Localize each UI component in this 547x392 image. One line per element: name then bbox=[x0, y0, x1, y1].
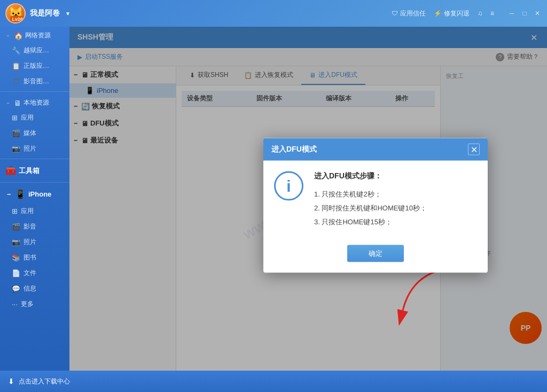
collapse-local-icon: － bbox=[5, 99, 11, 107]
dfu-modal-header: 进入DFU模式 ✕ bbox=[263, 138, 488, 161]
dfu-step-1: 1. 只按住关机键2秒； bbox=[314, 187, 477, 201]
sidebar-item-photo[interactable]: 📷 照片 bbox=[0, 141, 69, 156]
sidebar-item-iphone-photo[interactable]: 📷 照片 bbox=[0, 234, 69, 250]
iphone-more-icon: ··· bbox=[12, 300, 18, 308]
sidebar-item-iphone-media[interactable]: 🎬 影音 bbox=[0, 219, 69, 234]
user-name: 我是阿卷 bbox=[30, 9, 60, 18]
modal-overlay: 进入DFU模式 ✕ i 进入DFU模式步骤： 1. 只按住关机键2秒； 2. 同… bbox=[69, 27, 547, 371]
sidebar-iphone-msg-label: 信息 bbox=[24, 284, 36, 293]
menu-btn[interactable]: ≡ bbox=[490, 10, 494, 17]
download-center-label: 点击进入下载中心 bbox=[19, 377, 70, 386]
sidebar-iphone-media-label: 影音 bbox=[24, 222, 36, 231]
avatar: 🐱 Lv26 bbox=[5, 3, 26, 23]
collapse-iphone-icon: － bbox=[5, 190, 12, 199]
sidebar-item-medialoc[interactable]: 🎬 媒体 bbox=[0, 126, 69, 141]
dfu-steps-list: 1. 只按住关机键2秒； 2. 同时按住关机键和HOME键10秒； 3. 只按住… bbox=[314, 187, 477, 229]
sidebar-iphone-books-label: 图书 bbox=[24, 253, 36, 262]
iphone-msg-icon: 💬 bbox=[12, 285, 20, 293]
sidebar-divider-2 bbox=[0, 159, 69, 159]
dfu-modal-title: 进入DFU模式 bbox=[271, 145, 317, 154]
user-dropdown-arrow[interactable]: ▼ bbox=[65, 11, 71, 17]
video-icon: 🎬 bbox=[12, 129, 20, 137]
home-icon: 🏠 bbox=[14, 32, 23, 40]
sidebar-iphone-more-label: 更多 bbox=[21, 300, 34, 309]
sidebar-toolbox[interactable]: 🧰 工具箱 bbox=[0, 161, 69, 180]
minimize-btn[interactable]: ─ bbox=[507, 9, 516, 18]
sidebar: － 🏠 网络资源 🔧 越狱应… 📋 正版应… 🎵 影音图… － 🖥 本 bbox=[0, 27, 69, 371]
sidebar-divider-3 bbox=[0, 182, 69, 183]
media-icon: 🎵 bbox=[12, 77, 20, 85]
iphone-books-icon: 📚 bbox=[12, 254, 20, 262]
sidebar-iphone[interactable]: － 📱 iPhone bbox=[0, 185, 69, 203]
title-bar-right: 🛡 应用信任 ⚡ 修复闪退 ♫ ≡ ─ □ ✕ bbox=[392, 9, 542, 18]
sidebar-item-official[interactable]: 📋 正版应… bbox=[0, 58, 69, 74]
dfu-steps-title: 进入DFU模式步骤： bbox=[314, 171, 477, 181]
sidebar-divider-1 bbox=[0, 91, 69, 92]
title-bar: 🐱 Lv26 我是阿卷 ▼ 🛡 应用信任 ⚡ 修复闪退 ♫ ≡ ─ bbox=[0, 0, 547, 27]
app-grid-icon: ⊞ bbox=[12, 114, 18, 122]
sidebar-item-iphone-files[interactable]: 📄 文件 bbox=[0, 265, 69, 281]
sidebar-iphone-photo-label: 照片 bbox=[24, 238, 36, 247]
iphone-app-icon: ⊞ bbox=[12, 207, 18, 215]
iphone-photo-icon: 📷 bbox=[12, 238, 20, 246]
monitor-icon: 🖥 bbox=[14, 99, 21, 107]
shield-icon: 🛡 bbox=[392, 10, 398, 17]
sidebar-section-network[interactable]: － 🏠 网络资源 bbox=[0, 27, 69, 43]
sidebar-iphone-app-label: 应用 bbox=[21, 207, 34, 216]
music-btn[interactable]: ♫ bbox=[478, 10, 482, 17]
dfu-modal-content: 进入DFU模式步骤： 1. 只按住关机键2秒； 2. 同时按住关机键和HOME键… bbox=[314, 171, 477, 229]
collapse-network-icon: － bbox=[5, 32, 11, 40]
main-layout: － 🏠 网络资源 🔧 越狱应… 📋 正版应… 🎵 影音图… － 🖥 本 bbox=[0, 27, 547, 371]
camera-icon: 📷 bbox=[12, 145, 20, 153]
official-icon: 📋 bbox=[12, 62, 20, 70]
iphone-media-icon: 🎬 bbox=[12, 223, 20, 231]
repair-btn[interactable]: ⚡ 修复闪退 bbox=[434, 9, 470, 18]
iphone-files-icon: 📄 bbox=[12, 269, 20, 277]
level-badge: Lv26 bbox=[10, 16, 25, 22]
content-area: SHSH管理 ✕ ▶ 启动TSS服务 ? 需要帮助？ bbox=[69, 27, 547, 371]
lightning-icon: ⚡ bbox=[434, 10, 442, 17]
sidebar-medialoc-label: 媒体 bbox=[24, 129, 36, 138]
toolbox-icon: 🧰 bbox=[5, 166, 16, 176]
sidebar-network-label: 网络资源 bbox=[25, 31, 51, 40]
download-center-icon: ⬇ bbox=[8, 377, 14, 386]
sidebar-iphone-label: iPhone bbox=[28, 190, 51, 198]
info-circle-icon: i bbox=[274, 171, 303, 201]
sidebar-jailbreak-label: 越狱应… bbox=[24, 46, 49, 55]
dfu-step-3: 3. 只按住HOME键15秒； bbox=[314, 215, 477, 229]
close-btn[interactable]: ✕ bbox=[533, 9, 542, 18]
maximize-btn[interactable]: □ bbox=[520, 9, 529, 18]
app-window: 🐱 Lv26 我是阿卷 ▼ 🛡 应用信任 ⚡ 修复闪退 ♫ ≡ ─ bbox=[0, 0, 547, 392]
sidebar-item-iphone-msg[interactable]: 💬 信息 bbox=[0, 281, 69, 296]
sidebar-toolbox-label: 工具箱 bbox=[19, 166, 40, 176]
app-trust-btn[interactable]: 🛡 应用信任 bbox=[392, 9, 426, 18]
bottom-bar[interactable]: ⬇ 点击进入下载中心 bbox=[0, 371, 547, 392]
sidebar-official-label: 正版应… bbox=[24, 61, 49, 70]
sidebar-item-iphone-books[interactable]: 📚 图书 bbox=[0, 250, 69, 265]
window-controls: ─ □ ✕ bbox=[507, 9, 542, 18]
sidebar-item-jailbreak[interactable]: 🔧 越狱应… bbox=[0, 43, 69, 58]
app-trust-label: 应用信任 bbox=[400, 9, 426, 18]
dfu-modal-close[interactable]: ✕ bbox=[468, 144, 480, 155]
sidebar-item-app[interactable]: ⊞ 应用 bbox=[0, 110, 69, 126]
sidebar-iphone-files-label: 文件 bbox=[24, 269, 36, 278]
dfu-confirm-button[interactable]: 确定 bbox=[347, 245, 404, 262]
sidebar-item-iphone-app[interactable]: ⊞ 应用 bbox=[0, 203, 69, 219]
sidebar-app-label: 应用 bbox=[21, 113, 34, 122]
sidebar-item-media[interactable]: 🎵 影音图… bbox=[0, 74, 69, 89]
repair-label: 修复闪退 bbox=[444, 9, 470, 18]
music-icon: ♫ bbox=[478, 10, 482, 17]
dfu-modal-footer: 确定 bbox=[263, 240, 488, 273]
menu-icon: ≡ bbox=[490, 10, 494, 17]
sidebar-photo-label: 照片 bbox=[24, 144, 36, 153]
dfu-step-2: 2. 同时按住关机键和HOME键10秒； bbox=[314, 201, 477, 215]
sidebar-item-iphone-more[interactable]: ··· 更多 bbox=[0, 296, 69, 312]
sidebar-section-local[interactable]: － 🖥 本地资源 bbox=[0, 94, 69, 110]
sidebar-media-label: 影音图… bbox=[24, 77, 49, 86]
sidebar-local-label: 本地资源 bbox=[24, 98, 49, 107]
dfu-modal: 进入DFU模式 ✕ i 进入DFU模式步骤： 1. 只按住关机键2秒； 2. 同… bbox=[263, 138, 488, 273]
title-bar-left: 🐱 Lv26 我是阿卷 ▼ bbox=[5, 3, 71, 23]
dfu-modal-body: i 进入DFU模式步骤： 1. 只按住关机键2秒； 2. 同时按住关机键和HOM… bbox=[263, 161, 488, 240]
jailbreak-icon: 🔧 bbox=[12, 46, 20, 54]
iphone-main-icon: 📱 bbox=[15, 189, 26, 199]
